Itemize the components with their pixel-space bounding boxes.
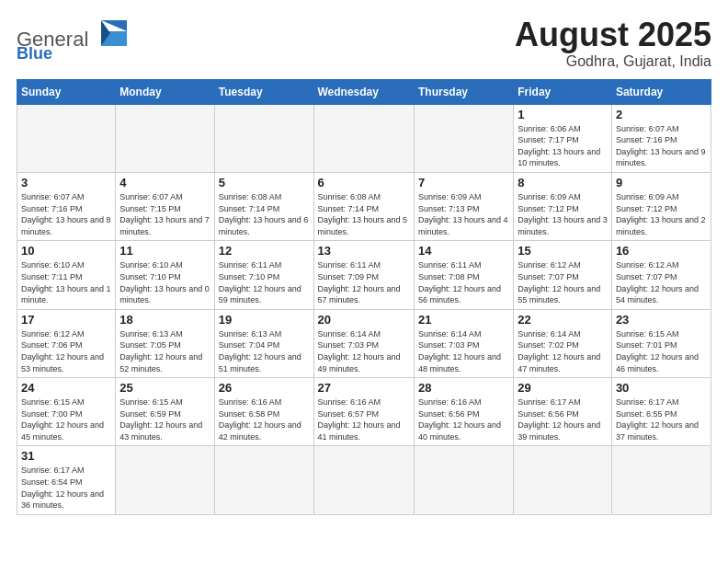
calendar-cell [611,446,711,514]
calendar-cell: 26Sunrise: 6:16 AM Sunset: 6:58 PM Dayli… [214,378,313,446]
calendar-cell: 18Sunrise: 6:13 AM Sunset: 7:05 PM Dayli… [116,309,214,377]
weekday-header-thursday: Thursday [414,79,513,104]
calendar-cell [116,104,214,172]
calendar-week-row: 31Sunrise: 6:17 AM Sunset: 6:54 PM Dayli… [17,446,711,514]
day-number: 4 [119,176,210,190]
weekday-header-monday: Monday [116,79,214,104]
calendar-cell: 22Sunrise: 6:14 AM Sunset: 7:02 PM Dayli… [514,309,612,377]
day-number: 17 [21,313,111,327]
day-number: 8 [518,176,608,190]
day-info: Sunrise: 6:11 AM Sunset: 7:10 PM Dayligh… [219,259,310,305]
weekday-header-saturday: Saturday [611,79,711,104]
calendar-week-row: 10Sunrise: 6:10 AM Sunset: 7:11 PM Dayli… [17,241,711,309]
day-info: Sunrise: 6:08 AM Sunset: 7:14 PM Dayligh… [318,191,410,237]
day-number: 24 [21,381,111,395]
day-info: Sunrise: 6:12 AM Sunset: 7:06 PM Dayligh… [21,328,111,374]
day-info: Sunrise: 6:11 AM Sunset: 7:09 PM Dayligh… [318,259,410,305]
calendar-cell: 11Sunrise: 6:10 AM Sunset: 7:10 PM Dayli… [116,241,214,309]
calendar-cell: 5Sunrise: 6:08 AM Sunset: 7:14 PM Daylig… [214,172,313,240]
day-number: 28 [418,381,509,395]
day-number: 26 [219,381,310,395]
weekday-header-tuesday: Tuesday [214,79,313,104]
day-number: 29 [518,381,608,395]
calendar-cell: 3Sunrise: 6:07 AM Sunset: 7:16 PM Daylig… [17,172,116,240]
calendar-cell: 10Sunrise: 6:10 AM Sunset: 7:11 PM Dayli… [17,241,116,309]
calendar-cell: 8Sunrise: 6:09 AM Sunset: 7:12 PM Daylig… [514,172,612,240]
calendar-cell: 25Sunrise: 6:15 AM Sunset: 6:59 PM Dayli… [116,378,214,446]
weekday-header-friday: Friday [514,79,612,104]
calendar-cell: 14Sunrise: 6:11 AM Sunset: 7:08 PM Dayli… [414,241,513,309]
calendar-week-row: 1Sunrise: 6:06 AM Sunset: 7:17 PM Daylig… [17,104,711,172]
day-info: Sunrise: 6:17 AM Sunset: 6:55 PM Dayligh… [616,396,707,442]
day-info: Sunrise: 6:14 AM Sunset: 7:03 PM Dayligh… [318,328,410,374]
weekday-header-row: SundayMondayTuesdayWednesdayThursdayFrid… [17,79,711,104]
day-number: 9 [616,176,707,190]
calendar-cell [214,104,313,172]
day-number: 27 [318,381,410,395]
calendar-cell: 23Sunrise: 6:15 AM Sunset: 7:01 PM Dayli… [611,309,711,377]
day-number: 10 [21,244,111,258]
day-info: Sunrise: 6:17 AM Sunset: 6:54 PM Dayligh… [21,465,111,511]
day-info: Sunrise: 6:10 AM Sunset: 7:10 PM Dayligh… [119,259,210,305]
calendar-cell [414,104,513,172]
day-info: Sunrise: 6:15 AM Sunset: 7:01 PM Dayligh… [616,328,707,374]
day-info: Sunrise: 6:13 AM Sunset: 7:04 PM Dayligh… [219,328,310,374]
day-info: Sunrise: 6:07 AM Sunset: 7:16 PM Dayligh… [21,191,111,237]
day-info: Sunrise: 6:12 AM Sunset: 7:07 PM Dayligh… [518,259,608,305]
day-info: Sunrise: 6:09 AM Sunset: 7:13 PM Dayligh… [418,191,509,237]
weekday-header-sunday: Sunday [17,79,116,104]
calendar-cell: 24Sunrise: 6:15 AM Sunset: 7:00 PM Dayli… [17,378,116,446]
day-info: Sunrise: 6:15 AM Sunset: 7:00 PM Dayligh… [21,396,111,442]
day-number: 30 [616,381,707,395]
calendar-cell [414,446,513,514]
calendar-cell: 20Sunrise: 6:14 AM Sunset: 7:03 PM Dayli… [313,309,414,377]
page: General Blue August 2025 Godhra, Gujarat… [0,0,728,563]
calendar-cell: 13Sunrise: 6:11 AM Sunset: 7:09 PM Dayli… [313,241,414,309]
day-info: Sunrise: 6:10 AM Sunset: 7:11 PM Dayligh… [21,259,111,305]
calendar-table: SundayMondayTuesdayWednesdayThursdayFrid… [17,79,711,515]
calendar-cell: 15Sunrise: 6:12 AM Sunset: 7:07 PM Dayli… [514,241,612,309]
calendar-cell: 17Sunrise: 6:12 AM Sunset: 7:06 PM Dayli… [17,309,116,377]
calendar-cell [116,446,214,514]
day-number: 18 [119,313,210,327]
calendar-cell: 2Sunrise: 6:07 AM Sunset: 7:16 PM Daylig… [611,104,711,172]
day-number: 22 [518,313,608,327]
logo-wordmark: General Blue [17,17,136,64]
day-number: 11 [119,244,210,258]
calendar-cell [514,446,612,514]
day-info: Sunrise: 6:07 AM Sunset: 7:16 PM Dayligh… [616,123,707,169]
calendar-cell: 19Sunrise: 6:13 AM Sunset: 7:04 PM Dayli… [214,309,313,377]
calendar-cell: 1Sunrise: 6:06 AM Sunset: 7:17 PM Daylig… [514,104,612,172]
calendar-cell: 7Sunrise: 6:09 AM Sunset: 7:13 PM Daylig… [414,172,513,240]
calendar-cell: 31Sunrise: 6:17 AM Sunset: 6:54 PM Dayli… [17,446,116,514]
day-number: 2 [616,108,707,121]
calendar-cell: 6Sunrise: 6:08 AM Sunset: 7:14 PM Daylig… [313,172,414,240]
calendar-cell: 29Sunrise: 6:17 AM Sunset: 6:56 PM Dayli… [514,378,612,446]
calendar-cell: 27Sunrise: 6:16 AM Sunset: 6:57 PM Dayli… [313,378,414,446]
day-info: Sunrise: 6:16 AM Sunset: 6:56 PM Dayligh… [418,396,509,442]
calendar-cell: 16Sunrise: 6:12 AM Sunset: 7:07 PM Dayli… [611,241,711,309]
day-info: Sunrise: 6:14 AM Sunset: 7:03 PM Dayligh… [418,328,509,374]
day-info: Sunrise: 6:12 AM Sunset: 7:07 PM Dayligh… [616,259,707,305]
day-info: Sunrise: 6:08 AM Sunset: 7:14 PM Dayligh… [219,191,310,237]
calendar-week-row: 3Sunrise: 6:07 AM Sunset: 7:16 PM Daylig… [17,172,711,240]
day-info: Sunrise: 6:09 AM Sunset: 7:12 PM Dayligh… [616,191,707,237]
calendar-cell [313,446,414,514]
calendar-cell: 30Sunrise: 6:17 AM Sunset: 6:55 PM Dayli… [611,378,711,446]
title-block: August 2025 Godhra, Gujarat, India [515,17,711,70]
calendar-week-row: 24Sunrise: 6:15 AM Sunset: 7:00 PM Dayli… [17,378,711,446]
day-info: Sunrise: 6:16 AM Sunset: 6:57 PM Dayligh… [318,396,410,442]
day-number: 19 [219,313,310,327]
day-number: 31 [21,449,111,463]
calendar-cell [313,104,414,172]
day-number: 1 [518,108,608,121]
day-info: Sunrise: 6:13 AM Sunset: 7:05 PM Dayligh… [119,328,210,374]
day-info: Sunrise: 6:06 AM Sunset: 7:17 PM Dayligh… [518,123,608,169]
calendar-cell: 28Sunrise: 6:16 AM Sunset: 6:56 PM Dayli… [414,378,513,446]
day-number: 16 [616,244,707,258]
day-info: Sunrise: 6:16 AM Sunset: 6:58 PM Dayligh… [219,396,310,442]
day-info: Sunrise: 6:14 AM Sunset: 7:02 PM Dayligh… [518,328,608,374]
day-number: 15 [518,244,608,258]
day-number: 6 [318,176,410,190]
day-number: 7 [418,176,509,190]
